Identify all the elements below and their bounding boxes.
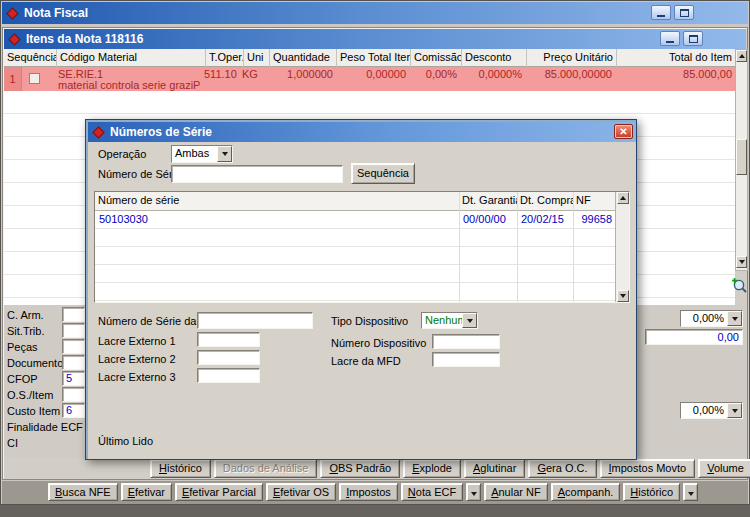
screen: Nota Fiscal Itens da Nota 118116 Sequênc…	[0, 0, 750, 517]
obs-padrao-button[interactable]: OBS Padrão	[320, 459, 400, 478]
volume-button[interactable]: Volume	[698, 459, 750, 478]
acompanh-button[interactable]: Acompanh.	[551, 483, 621, 501]
arrow-up-icon	[739, 54, 745, 58]
serial-grid-row[interactable]: 50103030 00/00/00 20/02/15 99658	[95, 211, 615, 228]
aglutinar-button[interactable]: Aglutinar	[464, 459, 525, 478]
column-header-codigo-material[interactable]: Código Material	[57, 49, 206, 67]
table-row-selected[interactable]: 1 SE.RIE.1 material controla serie grazi…	[4, 67, 735, 91]
efetivar-parcial-button[interactable]: Efetivar Parcial	[175, 483, 263, 501]
efetivar-button[interactable]: Efetivar	[121, 483, 172, 501]
percent-top-combo[interactable]: 0,00%	[680, 310, 743, 327]
combo-arrow-button[interactable]	[217, 146, 232, 162]
combo-arrow-button[interactable]	[727, 403, 742, 418]
minimize-icon	[666, 41, 674, 43]
scroll-down-button[interactable]	[617, 290, 629, 302]
zoom-in-button[interactable]	[731, 277, 748, 294]
c-arm-field[interactable]	[62, 307, 85, 322]
column-header-uni[interactable]: Uni	[244, 49, 270, 67]
mfd-input[interactable]	[197, 312, 313, 329]
percent-bottom-combo[interactable]: 0,00%	[680, 402, 743, 419]
amount-field[interactable]: 0,00	[645, 329, 743, 345]
pecas-field[interactable]	[62, 339, 85, 354]
column-header-nf[interactable]: NF	[573, 192, 615, 210]
lacre-externo-1-input[interactable]	[197, 332, 260, 347]
items-minimize-button[interactable]	[660, 31, 680, 46]
sit-trib-field[interactable]	[62, 323, 85, 338]
percent-top-value: 0,00%	[681, 311, 727, 326]
nota-ecf-dropdown-button[interactable]	[466, 483, 481, 501]
toolbar-more-button[interactable]	[683, 483, 698, 501]
nf-value: 99658	[577, 214, 612, 225]
column-header-comissao[interactable]: Comissão	[411, 49, 462, 67]
tipo-dispositivo-combo[interactable]: Nenhum	[421, 312, 478, 329]
items-maximize-button[interactable]	[683, 31, 703, 46]
busca-nfe-button[interactable]: Busca NFE	[48, 483, 118, 501]
row-comissao: 0,00%	[411, 69, 457, 80]
impostos-movto-button[interactable]: Impostos Movto	[600, 459, 696, 478]
custo-item-field[interactable]: 6	[62, 403, 85, 418]
chevron-down-icon	[732, 317, 738, 321]
column-header-quantidade[interactable]: Quantidade	[270, 49, 337, 67]
anular-nf-button[interactable]: Anular NF	[484, 483, 548, 501]
column-header-preco-unitario[interactable]: Preço Unitário	[527, 49, 617, 67]
maximize-icon	[689, 35, 698, 43]
column-header-peso-total[interactable]: Peso Total Item	[337, 49, 411, 67]
lacre-externo-2-label: Lacre Externo 2	[98, 353, 176, 366]
percent-bottom-value: 0,00%	[681, 403, 727, 418]
chevron-down-icon	[732, 409, 738, 413]
combo-arrow-button[interactable]	[727, 311, 742, 326]
label-pecas: Peças	[7, 341, 38, 354]
column-header-dt-garantia[interactable]: Dt. Garantia	[459, 192, 517, 210]
efetivar-os-button[interactable]: Efetivar OS	[266, 483, 336, 501]
scroll-up-button[interactable]	[617, 192, 629, 204]
historico-toolbar-button[interactable]: Histórico	[623, 483, 680, 501]
historico-button[interactable]: Histórico	[150, 459, 211, 478]
gera-oc-button[interactable]: Gera O.C.	[528, 459, 596, 478]
row-quantidade: 1,000000	[268, 69, 333, 80]
label-ci: CI	[7, 437, 18, 450]
operacao-value: Ambas	[172, 146, 217, 162]
lacre-externo-3-input[interactable]	[197, 368, 260, 383]
scroll-down-button[interactable]	[736, 256, 747, 268]
scroll-thumb[interactable]	[736, 139, 747, 175]
row-total: 85.000,00	[617, 69, 732, 80]
row-uni: KG	[242, 69, 258, 80]
chevron-down-icon	[471, 492, 477, 496]
serial-grid-scrollbar[interactable]	[615, 192, 629, 302]
column-header-desconto[interactable]: Desconto	[462, 49, 527, 67]
row-desconto: 0,0000%	[462, 69, 522, 80]
column-header-total-item[interactable]: Total do Item	[617, 49, 735, 67]
lacre-externo-2-input[interactable]	[197, 350, 260, 365]
column-header-numero-serie[interactable]: Número de série	[95, 192, 459, 210]
items-window-title: Itens da Nota 118116	[26, 32, 143, 46]
explode-button[interactable]: Explode	[403, 459, 461, 478]
combo-arrow-button[interactable]	[462, 313, 477, 328]
row-checkbox[interactable]	[29, 73, 40, 84]
label-finalidade-ecf: Finalidade ECF	[7, 421, 83, 434]
maximize-button[interactable]	[674, 5, 694, 20]
os-item-field[interactable]	[62, 387, 85, 402]
label-custo-item: Custo Item	[7, 405, 60, 418]
numero-dispositivo-input[interactable]	[432, 334, 500, 349]
maximize-icon	[680, 9, 689, 17]
lacre-mfd-input[interactable]	[432, 352, 500, 367]
app-icon	[6, 7, 19, 20]
column-header-toper[interactable]: T.Oper.	[206, 49, 244, 67]
dialog-titlebar[interactable]: Números de Série ✕	[88, 122, 636, 142]
row-peso: 0,00000	[337, 69, 406, 80]
items-table-scrollbar[interactable]	[735, 49, 748, 271]
operacao-combo[interactable]: Ambas	[171, 145, 233, 163]
column-header-dt-compra[interactable]: Dt. Compra	[517, 192, 573, 210]
column-header-sequencia[interactable]: Sequência	[4, 49, 57, 67]
items-window-titlebar[interactable]: Itens da Nota 118116	[4, 29, 746, 49]
documento-field[interactable]	[62, 355, 85, 370]
scroll-up-button[interactable]	[736, 50, 747, 62]
nota-ecf-button[interactable]: Nota ECF	[401, 483, 463, 501]
dialog-close-button[interactable]: ✕	[614, 124, 633, 139]
minimize-button[interactable]	[651, 5, 671, 20]
sequencia-button[interactable]: Sequência	[351, 163, 415, 184]
impostos-button[interactable]: Impostos	[339, 483, 398, 501]
numero-serie-input[interactable]	[171, 165, 343, 183]
main-window-titlebar[interactable]: Nota Fiscal	[2, 2, 748, 24]
cfop-field[interactable]: 5	[62, 371, 85, 386]
